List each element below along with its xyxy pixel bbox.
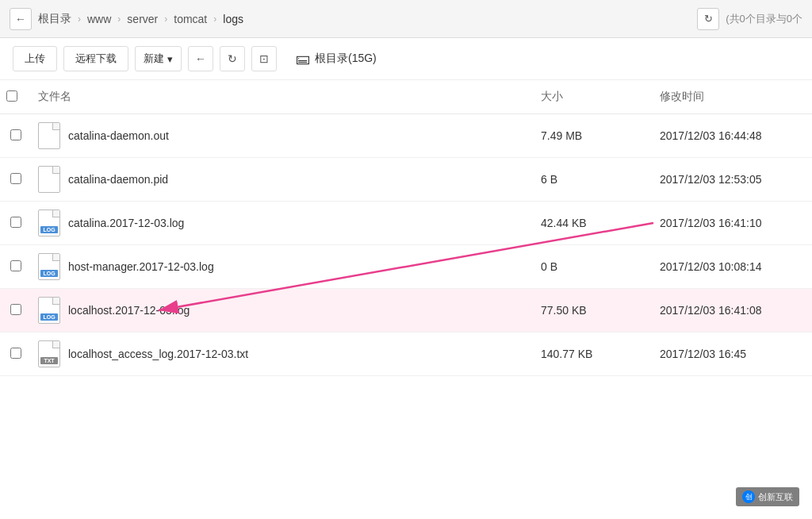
filename-text[interactable]: catalina-daemon.pid xyxy=(68,173,168,186)
breadcrumb-separator: › xyxy=(117,13,121,25)
row-filename-cell: LOGcatalina.2017-12-03.log xyxy=(32,202,534,244)
file-size: 42.44 KB xyxy=(534,202,653,245)
remote-download-button[interactable]: 远程下载 xyxy=(63,46,128,71)
filename-text[interactable]: catalina.2017-12-03.log xyxy=(68,217,184,229)
row-filename-cell: TXTlocalhost_access_log.2017-12-03.txt xyxy=(32,333,534,375)
filename-text[interactable]: localhost.2017-12-03.log xyxy=(68,304,190,317)
file-table-wrapper: 文件名 大小 修改时间 catalina-daemon.out7.49 MB20… xyxy=(0,80,812,376)
file-time: 2017/12/03 10:08:14 xyxy=(653,245,812,289)
row-filename-cell: catalina-daemon.out xyxy=(32,114,534,157)
row-checkbox-cell xyxy=(0,289,32,333)
breadcrumb-status: (共0个目录与0个 xyxy=(726,12,802,26)
breadcrumb-right: ↻ (共0个目录与0个 xyxy=(697,8,802,30)
breadcrumb-item-tomcat[interactable]: tomcat xyxy=(170,11,210,27)
file-icon-wrapper xyxy=(38,122,60,149)
file-time: 2017/12/03 16:41:08 xyxy=(653,289,812,333)
row-filename-cell: LOGhost-manager.2017-12-03.log xyxy=(32,245,534,288)
row-checkbox[interactable] xyxy=(10,173,21,184)
file-icon-wrapper: LOG xyxy=(38,210,60,236)
toolbar-screenshot-button[interactable]: ⊡ xyxy=(251,46,277,71)
row-checkbox-cell xyxy=(0,202,32,245)
breadcrumb-item-logs[interactable]: logs xyxy=(220,11,247,27)
file-table: 文件名 大小 修改时间 catalina-daemon.out7.49 MB20… xyxy=(0,80,812,376)
row-checkbox-cell xyxy=(0,158,32,202)
header-size: 大小 xyxy=(534,80,653,114)
disk-icon: 🖴 xyxy=(296,51,310,67)
file-icon-wrapper xyxy=(38,166,60,193)
dropdown-icon: ▾ xyxy=(167,53,173,65)
breadcrumb-item-www[interactable]: www xyxy=(84,11,114,27)
table-row: catalina-daemon.pid6 B2017/12/03 12:53:0… xyxy=(0,158,812,202)
file-time: 2017/12/03 16:44:48 xyxy=(653,114,812,158)
disk-label: 根目录(15G) xyxy=(315,52,377,66)
row-checkbox-cell xyxy=(0,333,32,376)
new-label: 新建 xyxy=(144,52,164,66)
file-icon-wrapper: LOG xyxy=(38,297,60,324)
row-checkbox[interactable] xyxy=(10,217,21,228)
breadcrumb-bar: ← 根目录›www›server›tomcat›logs ↻ (共0个目录与0个 xyxy=(0,0,812,38)
header-checkbox-col xyxy=(0,80,32,114)
disk-info: 🖴 根目录(15G) xyxy=(296,51,377,67)
file-size: 140.77 KB xyxy=(534,333,653,376)
table-row: catalina-daemon.out7.49 MB2017/12/03 16:… xyxy=(0,114,812,158)
header-filename: 文件名 xyxy=(32,80,534,114)
breadcrumb-refresh-button[interactable]: ↻ xyxy=(697,8,719,30)
table-row: LOGcatalina.2017-12-03.log42.44 KB2017/1… xyxy=(0,202,812,245)
plain-file-icon xyxy=(38,166,60,193)
file-size: 0 B xyxy=(534,245,653,289)
log-file-icon: LOG xyxy=(38,253,60,280)
breadcrumb-item-server[interactable]: server xyxy=(124,11,161,27)
toolbar-refresh-icon: ↻ xyxy=(228,52,237,65)
file-time: 2017/12/03 16:45 xyxy=(653,333,812,376)
breadcrumb-separator: › xyxy=(78,13,81,25)
back-button[interactable]: ← xyxy=(10,8,32,30)
file-size: 6 B xyxy=(534,158,653,202)
file-size: 7.49 MB xyxy=(534,114,653,158)
refresh-icon: ↻ xyxy=(704,13,713,25)
header-time: 修改时间 xyxy=(653,80,812,114)
table-row: LOGhost-manager.2017-12-03.log0 B2017/12… xyxy=(0,245,812,289)
row-checkbox[interactable] xyxy=(10,304,21,315)
upload-button[interactable]: 上传 xyxy=(13,46,57,71)
row-filename-cell: catalina-daemon.pid xyxy=(32,158,534,201)
table-header: 文件名 大小 修改时间 xyxy=(0,80,812,114)
toolbar-back-button[interactable]: ← xyxy=(188,46,213,71)
row-checkbox[interactable] xyxy=(10,348,21,359)
filename-text[interactable]: host-manager.2017-12-03.log xyxy=(68,260,214,273)
new-button[interactable]: 新建 ▾ xyxy=(135,46,182,71)
screenshot-icon: ⊡ xyxy=(259,52,269,65)
filename-text[interactable]: catalina-daemon.out xyxy=(68,129,169,142)
file-time: 2017/12/03 12:53:05 xyxy=(653,158,812,202)
toolbar-refresh-button[interactable]: ↻ xyxy=(220,46,245,71)
table-row: LOGlocalhost.2017-12-03.log77.50 KB2017/… xyxy=(0,289,812,333)
breadcrumb-item-root[interactable]: 根目录 xyxy=(35,10,75,28)
row-checkbox-cell xyxy=(0,114,32,158)
file-time: 2017/12/03 16:41:10 xyxy=(653,202,812,245)
back-icon: ← xyxy=(15,13,26,25)
file-icon-wrapper: TXT xyxy=(38,340,60,367)
toolbar: 上传 远程下载 新建 ▾ ← ↻ ⊡ 🖴 根目录(15G) xyxy=(0,38,812,80)
breadcrumb-separator: › xyxy=(164,13,167,25)
log-file-icon: LOG xyxy=(38,297,60,324)
row-filename-cell: LOGlocalhost.2017-12-03.log xyxy=(32,289,534,332)
file-list: catalina-daemon.out7.49 MB2017/12/03 16:… xyxy=(0,114,812,376)
log-file-icon: LOG xyxy=(38,210,60,236)
plain-file-icon xyxy=(38,122,60,149)
select-all-checkbox[interactable] xyxy=(6,90,17,102)
filename-text[interactable]: localhost_access_log.2017-12-03.txt xyxy=(68,348,248,360)
breadcrumb-separator: › xyxy=(213,13,216,25)
row-checkbox-cell xyxy=(0,245,32,289)
row-checkbox[interactable] xyxy=(10,129,21,140)
row-checkbox[interactable] xyxy=(10,260,21,271)
toolbar-back-icon: ← xyxy=(195,52,206,65)
file-icon-wrapper: LOG xyxy=(38,253,60,280)
file-size: 77.50 KB xyxy=(534,289,653,333)
table-row: TXTlocalhost_access_log.2017-12-03.txt14… xyxy=(0,333,812,376)
breadcrumb-crumbs: 根目录›www›server›tomcat›logs xyxy=(35,10,694,28)
txt-file-icon: TXT xyxy=(38,340,60,367)
